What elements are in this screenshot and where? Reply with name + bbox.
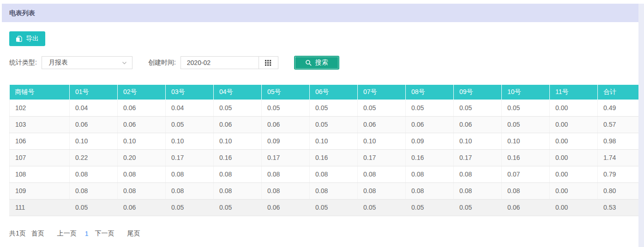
value-cell: 0.08: [70, 182, 118, 199]
value-cell: 0.16: [406, 149, 454, 166]
value-cell: 0.10: [502, 133, 550, 149]
value-cell: 0.08: [262, 166, 310, 182]
value-cell: 0.05: [502, 100, 550, 116]
value-cell: 0.08: [454, 182, 502, 199]
value-cell: 0.05: [214, 199, 262, 216]
value-cell: 0.04: [70, 100, 118, 116]
value-cell: 0.00: [550, 199, 598, 216]
export-button-label: 导出: [26, 35, 39, 43]
value-cell: 0.05: [310, 100, 358, 116]
column-header: 合计: [598, 85, 639, 100]
value-cell: 0.05: [358, 199, 406, 216]
value-cell: 0.08: [502, 182, 550, 199]
value-cell: 0.49: [598, 100, 639, 116]
chevron-down-icon: [121, 60, 127, 66]
meter-table: 商铺号01号02号03号04号05号06号07号08号09号10号11号合计 1…: [9, 85, 638, 216]
shop-number-cell: 106: [10, 133, 70, 149]
value-cell: 0.06: [70, 116, 118, 133]
value-cell: 0.08: [358, 166, 406, 182]
pagination: 共1页 首页 上一页 1 下一页 尾页: [9, 229, 638, 238]
table-row: 1030.060.060.050.060.060.050.060.060.060…: [10, 116, 639, 133]
value-cell: 0.05: [454, 100, 502, 116]
value-cell: 0.10: [166, 133, 214, 149]
value-cell: 0.16: [310, 149, 358, 166]
value-cell: 0.05: [166, 199, 214, 216]
value-cell: 0.05: [262, 100, 310, 116]
shop-number-cell: 108: [10, 166, 70, 182]
export-button[interactable]: 导出: [9, 31, 45, 46]
value-cell: 0.08: [310, 182, 358, 199]
stat-type-select[interactable]: 月报表: [42, 56, 132, 69]
value-cell: 0.00: [550, 166, 598, 182]
value-cell: 0.08: [406, 166, 454, 182]
value-cell: 0.17: [262, 149, 310, 166]
value-cell: 0.10: [214, 133, 262, 149]
value-cell: 0.00: [550, 182, 598, 199]
value-cell: 0.79: [598, 166, 639, 182]
value-cell: 0.05: [358, 100, 406, 116]
table-row: 1060.100.100.100.100.090.100.100.090.100…: [10, 133, 639, 149]
page-last-link[interactable]: 尾页: [127, 229, 140, 238]
value-cell: 0.06: [406, 116, 454, 133]
calendar-grid-icon[interactable]: [259, 57, 278, 69]
value-cell: 0.06: [502, 199, 550, 216]
value-cell: 0.05: [502, 116, 550, 133]
value-cell: 0.09: [406, 133, 454, 149]
value-cell: 0.05: [310, 116, 358, 133]
column-header: 03号: [166, 85, 214, 100]
page-current[interactable]: 1: [85, 230, 89, 237]
table-body: 1020.040.060.040.050.050.050.050.050.050…: [10, 100, 639, 216]
meter-list-panel: 电表列表 导出 统计类型: 月报表 创建时间:: [2, 4, 638, 238]
value-cell: 0.08: [454, 166, 502, 182]
value-cell: 0.08: [118, 182, 166, 199]
value-cell: 0.80: [598, 182, 639, 199]
value-cell: 0.05: [214, 100, 262, 116]
value-cell: 0.20: [118, 149, 166, 166]
value-cell: 0.17: [166, 149, 214, 166]
value-cell: 0.09: [262, 133, 310, 149]
created-time-label: 创建时间:: [148, 59, 176, 67]
value-cell: 0.06: [118, 199, 166, 216]
value-cell: 0.06: [358, 116, 406, 133]
value-cell: 0.08: [166, 166, 214, 182]
value-cell: 0.05: [70, 199, 118, 216]
page-total: 共1页: [9, 229, 26, 238]
page-first-link[interactable]: 首页: [31, 229, 44, 238]
page-next-link[interactable]: 下一页: [95, 229, 114, 238]
created-time-value: 2020-02: [181, 57, 259, 69]
stat-type-label: 统计类型:: [9, 59, 37, 67]
column-header: 08号: [406, 85, 454, 100]
search-button-label: 搜索: [315, 59, 328, 67]
value-cell: 0.08: [166, 182, 214, 199]
value-cell: 0.08: [214, 182, 262, 199]
panel-body: 导出 统计类型: 月报表 创建时间: 2020-02: [2, 22, 638, 238]
value-cell: 0.08: [310, 166, 358, 182]
value-cell: 0.16: [214, 149, 262, 166]
value-cell: 0.00: [550, 100, 598, 116]
value-cell: 0.08: [358, 182, 406, 199]
value-cell: 0.98: [598, 133, 639, 149]
value-cell: 0.10: [118, 133, 166, 149]
value-cell: 0.16: [502, 149, 550, 166]
value-cell: 0.05: [166, 116, 214, 133]
value-cell: 0.08: [118, 166, 166, 182]
value-cell: 0.10: [358, 133, 406, 149]
table-row: 1080.080.080.080.080.080.080.080.080.080…: [10, 166, 639, 182]
value-cell: 0.05: [406, 100, 454, 116]
value-cell: 0.06: [454, 116, 502, 133]
table-row: 1110.050.060.050.050.060.050.050.050.050…: [10, 199, 639, 216]
column-header: 09号: [454, 85, 502, 100]
value-cell: 0.06: [214, 116, 262, 133]
value-cell: 0.05: [406, 199, 454, 216]
value-cell: 0.05: [310, 199, 358, 216]
page-prev-link[interactable]: 上一页: [57, 229, 77, 238]
filter-row: 统计类型: 月报表 创建时间: 2020-02: [9, 56, 638, 70]
column-header: 05号: [262, 85, 310, 100]
value-cell: 0.10: [310, 133, 358, 149]
value-cell: 0.06: [118, 116, 166, 133]
value-cell: 0.08: [262, 182, 310, 199]
created-time-input[interactable]: 2020-02: [181, 56, 278, 69]
shop-number-cell: 107: [10, 149, 70, 166]
search-button[interactable]: 搜索: [294, 56, 339, 70]
value-cell: 0.53: [598, 199, 639, 216]
